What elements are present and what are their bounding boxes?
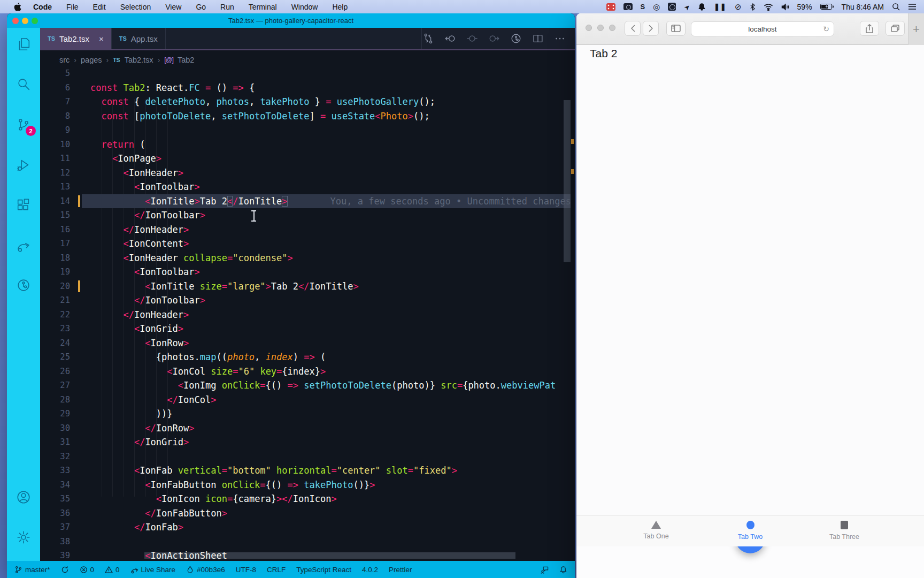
code-editor[interactable]: 56const Tab2: React.FC = () => {7 const … <box>40 70 575 561</box>
code-line-34[interactable]: 34 <IonFabButton onClick={() => takePhot… <box>40 478 575 492</box>
share-button[interactable] <box>860 21 879 36</box>
nav-location-icon[interactable] <box>466 32 479 45</box>
menu-item-terminal[interactable]: Terminal <box>249 3 277 11</box>
menu-item-selection[interactable]: Selection <box>120 3 151 11</box>
status-master-[interactable]: master* <box>14 566 50 574</box>
status-utf-8[interactable]: UTF-8 <box>236 566 256 574</box>
code-line-27[interactable]: 27 <IonImg onClick={() => setPhotoToDele… <box>40 378 575 393</box>
breadcrumb[interactable]: src › pages › TS Tab2.tsx › [@] Tab2 <box>40 50 575 70</box>
wifi-icon[interactable] <box>764 3 773 11</box>
code-line-7[interactable]: 7 const { deletePhoto, photos, takePhoto… <box>40 95 575 109</box>
bluetooth-icon[interactable] <box>750 3 756 11</box>
bell-icon[interactable] <box>698 3 706 11</box>
status-prettier[interactable]: Prettier <box>389 566 412 574</box>
minimize-window-button[interactable] <box>597 25 604 31</box>
code-line-37[interactable]: 37 </IonFab> <box>40 520 575 535</box>
film-icon[interactable] <box>606 3 615 11</box>
tab-overview-button[interactable] <box>886 21 905 36</box>
status-live-share[interactable]: Live Share <box>130 566 176 574</box>
address-bar[interactable]: localhost ↻ <box>691 21 834 36</box>
dnd-icon[interactable]: ⊘ <box>735 3 742 11</box>
activity-gist-icon[interactable] <box>7 269 40 302</box>
code-line-25[interactable]: 25 {photos.map((photo, index) => ( <box>40 350 575 364</box>
screen-icon[interactable] <box>668 3 676 11</box>
code-line-20[interactable]: 20 <IonTitle size="large">Tab 2</IonTitl… <box>40 279 575 294</box>
s-app-icon[interactable]: S <box>641 3 645 11</box>
code-line-35[interactable]: 35 <IonIcon icon={camera}></IonIcon> <box>40 492 575 506</box>
status-feedback-icon[interactable] <box>541 566 549 574</box>
activity-extensions-icon[interactable] <box>7 188 40 222</box>
close-window-button[interactable] <box>586 25 592 31</box>
tab-tab-two[interactable]: Tab Two <box>723 515 777 546</box>
code-line-21[interactable]: 21 </IonToolbar> <box>40 293 575 308</box>
status-typescript-react[interactable]: TypeScript React <box>296 566 351 574</box>
code-line-31[interactable]: 31 </IonGrid> <box>40 435 575 450</box>
code-line-22[interactable]: 22 </IonHeader> <box>40 308 575 322</box>
status-bell-icon[interactable] <box>559 566 567 574</box>
tab-tab-one[interactable]: Tab One <box>629 515 683 546</box>
tab-tab-three[interactable]: Tab Three <box>818 515 871 546</box>
menu-item-code[interactable]: Code <box>33 3 52 11</box>
camera-icon[interactable] <box>623 3 633 10</box>
reload-icon[interactable]: ↻ <box>823 25 829 33</box>
activity-explorer-icon[interactable] <box>7 28 40 61</box>
sidebar-button[interactable] <box>666 21 686 36</box>
code-line-5[interactable]: 5 <box>40 70 575 81</box>
code-line-18[interactable]: 18 <IonHeader collapse="condense"> <box>40 251 575 265</box>
nav-forward-icon[interactable] <box>488 32 500 45</box>
code-line-39[interactable]: 39 <IonActionSheet <box>40 549 575 561</box>
code-line-12[interactable]: 12 <IonHeader> <box>40 166 575 180</box>
editor-tab-tab2.tsx[interactable]: TSTab2.tsx× <box>40 28 111 49</box>
record-icon[interactable]: ◎ <box>653 3 660 11</box>
code-line-17[interactable]: 17 <IonContent> <box>40 237 575 251</box>
menu-item-file[interactable]: File <box>66 3 79 11</box>
apple-menu-icon[interactable] <box>14 3 21 11</box>
menu-item-view[interactable]: View <box>165 3 181 11</box>
close-tab-icon[interactable]: × <box>99 34 104 43</box>
status-crlf[interactable]: CRLF <box>267 566 286 574</box>
menu-item-window[interactable]: Window <box>291 3 318 11</box>
vscode-title-bar[interactable]: Tab2.tsx — photo-gallery-capacitor-react <box>7 13 575 28</box>
code-line-23[interactable]: 23 <IonGrid> <box>40 322 575 336</box>
breadcrumb-symbol[interactable]: Tab2 <box>178 56 194 64</box>
status-sync-icon[interactable] <box>61 566 69 574</box>
code-line-26[interactable]: 26 <IonCol size="6" key={index}> <box>40 364 575 379</box>
code-line-9[interactable]: 9 <box>40 123 575 138</box>
code-line-11[interactable]: 11 <IonPage> <box>40 151 575 166</box>
menu-clock[interactable]: Thu 8:46 AM <box>842 3 884 11</box>
code-line-15[interactable]: 15 </IonToolbar> <box>40 208 575 223</box>
code-line-32[interactable]: 32 <box>40 450 575 464</box>
control-center-icon[interactable] <box>908 3 917 11</box>
nav-back-icon[interactable] <box>444 32 457 45</box>
code-line-30[interactable]: 30 </IonRow> <box>40 421 575 436</box>
git-compare-icon[interactable] <box>422 32 435 45</box>
code-line-28[interactable]: 28 </IonCol> <box>40 393 575 407</box>
gist-run-icon[interactable] <box>510 32 522 45</box>
new-tab-button[interactable]: + <box>908 13 924 45</box>
menu-item-edit[interactable]: Edit <box>93 3 106 11</box>
status-0[interactable]: 0 <box>80 566 95 574</box>
activity-search-icon[interactable] <box>7 68 40 101</box>
code-line-29[interactable]: 29 ))} <box>40 407 575 421</box>
activity-run-debug-icon[interactable] <box>7 148 40 181</box>
activity-live-share-icon[interactable] <box>7 229 40 262</box>
code-line-36[interactable]: 36 </IonFabButton> <box>40 506 575 521</box>
zoom-window-button[interactable] <box>609 25 615 31</box>
split-editor-icon[interactable] <box>532 32 544 45</box>
activity-settings-gear-icon[interactable] <box>7 521 40 554</box>
breadcrumb-src[interactable]: src <box>59 56 70 64</box>
code-line-33[interactable]: 33 <IonFab vertical="bottom" horizontal=… <box>40 463 575 478</box>
code-line-38[interactable]: 38 <box>40 535 575 549</box>
code-line-13[interactable]: 13 <IonToolbar> <box>40 180 575 194</box>
code-line-16[interactable]: 16 </IonHeader> <box>40 223 575 237</box>
menu-item-help[interactable]: Help <box>332 3 348 11</box>
code-line-6[interactable]: 6const Tab2: React.FC = () => { <box>40 81 575 95</box>
status-0[interactable]: 0 <box>105 566 120 574</box>
volume-icon[interactable] <box>781 3 789 11</box>
back-button[interactable] <box>625 21 641 36</box>
forward-button[interactable] <box>643 21 659 36</box>
editor-tab-app.tsx[interactable]: TSApp.tsx <box>112 28 165 49</box>
zoom-window-button[interactable] <box>32 18 38 24</box>
breadcrumb-pages[interactable]: pages <box>81 56 102 64</box>
rocket-icon[interactable]: ➤ <box>682 2 692 12</box>
